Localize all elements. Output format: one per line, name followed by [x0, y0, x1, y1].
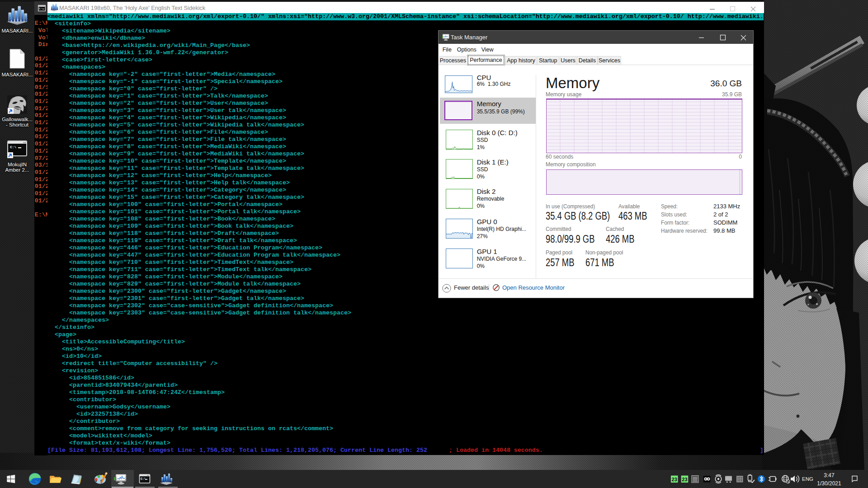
svg-text:23: 23 [672, 477, 677, 482]
svg-text:3:47: 3:47 [824, 472, 835, 479]
svg-text:1/30/2021: 1/30/2021 [817, 480, 841, 487]
svg-text:23: 23 [682, 477, 687, 482]
svg-text:C:\: C:\ [10, 145, 17, 149]
svg-text:ENG: ENG [802, 476, 813, 482]
svg-text:C:\: C:\ [39, 7, 43, 9]
